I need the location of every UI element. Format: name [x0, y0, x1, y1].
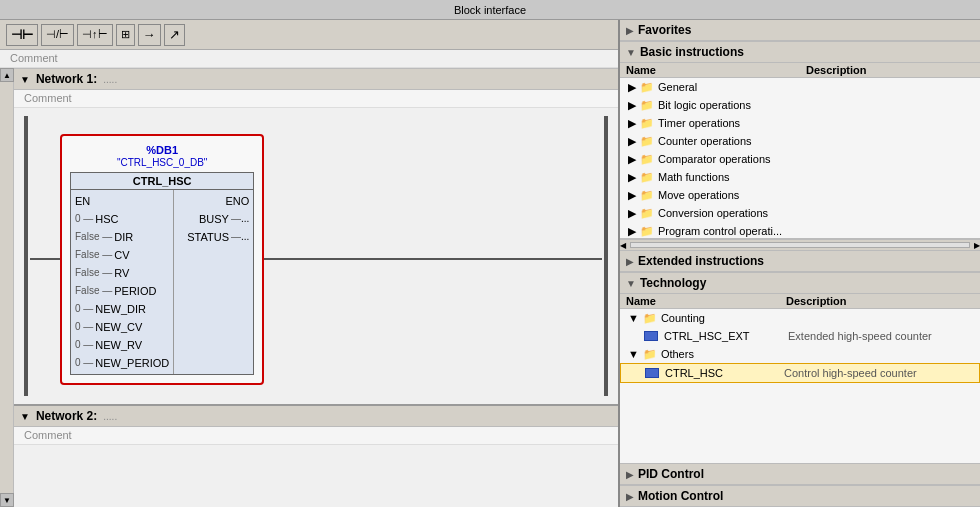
network-1-collapse[interactable]: ▼ — [20, 74, 30, 85]
tree-counter[interactable]: ▶ 📁 Counter operations — [620, 132, 980, 150]
left-panel: ⊣⊢ ⊣/⊢ ⊣↑⊢ ⊞ → ↗ Comment ▲ ▼ — [0, 20, 620, 507]
basic-col-headers: Name Description — [620, 63, 980, 78]
tech-col-name: Name — [626, 295, 786, 307]
pid-header[interactable]: ▶ PID Control — [620, 464, 980, 485]
network-1-comment: Comment — [14, 90, 618, 108]
tree-math[interactable]: ▶ 📁 Math functions — [620, 168, 980, 186]
top-comment: Comment — [0, 50, 618, 68]
favorites-title: Favorites — [638, 23, 691, 37]
folder-icon-counting: 📁 — [643, 312, 657, 325]
toolbar-btn-branch[interactable]: ↗ — [164, 24, 185, 46]
right-panel: ▶ Favorites ▼ Basic instructions Name De… — [620, 20, 980, 507]
network-2: ▼ Network 2: ..... Comment — [14, 404, 618, 505]
pin-rv: False — RV — [75, 264, 169, 282]
ctrl-hsc-ext-label: CTRL_HSC_EXT — [664, 330, 784, 342]
motion-expand-icon: ▶ — [626, 491, 634, 502]
pin-new-rv: 0 — NEW_RV — [75, 336, 169, 354]
tech-collapse-icon: ▼ — [626, 278, 636, 289]
tech-tree: ▼ 📁 Counting CTRL_HSC_EXT Extended high-… — [620, 309, 980, 463]
tree-comparator[interactable]: ▶ 📁 Comparator operations — [620, 150, 980, 168]
tree-timer[interactable]: ▶ 📁 Timer operations — [620, 114, 980, 132]
technology-header[interactable]: ▼ Technology — [620, 273, 980, 294]
folder-icon-bit: 📁 — [640, 99, 654, 112]
db-name: "CTRL_HSC_0_DB" — [70, 157, 254, 168]
basic-tree: ▶ 📁 General ▶ 📁 Bit logic operations ▶ 📁… — [620, 78, 980, 238]
scroll-left-btn[interactable]: ◀ — [620, 241, 626, 250]
pin-en: EN — [75, 192, 169, 210]
fb-right-pins: ENO BUSY — ... — [173, 190, 253, 374]
pin-busy: BUSY — ... — [178, 210, 249, 228]
tree-others[interactable]: ▼ 📁 Others — [620, 345, 980, 363]
block-interface-bar: Block interface — [0, 0, 980, 20]
wire-top — [30, 258, 60, 260]
pin-new-dir: 0 — NEW_DIR — [75, 300, 169, 318]
pin-status: STATUS — ... — [178, 228, 249, 246]
folder-icon-move: 📁 — [640, 189, 654, 202]
motion-header[interactable]: ▶ Motion Control — [620, 486, 980, 507]
folder-icon-comparator: 📁 — [640, 153, 654, 166]
toolbar-btn-contact-pos[interactable]: ⊣↑⊢ — [77, 24, 113, 46]
function-block: CTRL_HSC EN — [70, 172, 254, 375]
tree-counting[interactable]: ▼ 📁 Counting — [620, 309, 980, 327]
right-power-rail — [604, 116, 608, 396]
network-2-collapse[interactable]: ▼ — [20, 411, 30, 422]
technology-title: Technology — [640, 276, 706, 290]
favorites-header[interactable]: ▶ Favorites — [620, 20, 980, 41]
tree-program-control[interactable]: ▶ 📁 Program control operati... — [620, 222, 980, 238]
scroll-right-btn[interactable]: ▶ — [974, 241, 980, 250]
pin-dir: False — DIR — [75, 228, 169, 246]
pid-title: PID Control — [638, 467, 704, 481]
function-block-wrapper: %DB1 "CTRL_HSC_0_DB" CTRL_HSC — [60, 134, 264, 385]
folder-icon-math: 📁 — [640, 171, 654, 184]
basic-title: Basic instructions — [640, 45, 744, 59]
fb-left-pins: EN 0 — HSC — [71, 190, 173, 374]
tech-col-headers: Name Description — [620, 294, 980, 309]
fb-body: EN 0 — HSC — [71, 190, 253, 374]
tree-general[interactable]: ▶ 📁 General — [620, 78, 980, 96]
tree-ctrl-hsc-ext[interactable]: CTRL_HSC_EXT Extended high-speed counter — [620, 327, 980, 345]
pin-eno: ENO — [178, 192, 249, 210]
network-1-dots: ..... — [103, 74, 117, 85]
toolbar-btn-contact-no[interactable]: ⊣⊢ — [6, 24, 38, 46]
motion-section: ▶ Motion Control — [620, 486, 980, 507]
basic-col-desc: Description — [806, 64, 974, 76]
network-2-comment: Comment — [14, 427, 618, 445]
scroll-up-btn[interactable]: ▲ — [0, 68, 14, 82]
network-1-content: %DB1 "CTRL_HSC_0_DB" CTRL_HSC — [14, 108, 618, 404]
ladder-area[interactable]: ▼ Network 1: ..... Comment — [14, 68, 618, 507]
left-margin: ▲ ▼ — [0, 68, 14, 507]
wire-right — [264, 258, 602, 260]
network-1-header: ▼ Network 1: ..... — [14, 68, 618, 90]
pid-expand-icon: ▶ — [626, 469, 634, 480]
folder-icon-timer: 📁 — [640, 117, 654, 130]
basic-instructions-section: ▼ Basic instructions Name Description ▶ … — [620, 42, 980, 239]
tree-bit-logic[interactable]: ▶ 📁 Bit logic operations — [620, 96, 980, 114]
technology-section: ▼ Technology Name Description ▼ 📁 Counti… — [620, 273, 980, 464]
network-2-dots: ..... — [103, 411, 117, 422]
folder-icon-program: 📁 — [640, 225, 654, 238]
ctrl-hsc-ext-desc: Extended high-speed counter — [788, 330, 932, 342]
toolbar-btn-box[interactable]: ⊞ — [116, 24, 135, 46]
pin-hsc: 0 — HSC — [75, 210, 169, 228]
top-comment-label: Comment — [10, 52, 58, 64]
extended-title: Extended instructions — [638, 254, 764, 268]
block-interface-title: Block interface — [454, 4, 526, 16]
tree-move[interactable]: ▶ 📁 Move operations — [620, 186, 980, 204]
tree-conversion[interactable]: ▶ 📁 Conversion operations — [620, 204, 980, 222]
db-label: %DB1 — [70, 144, 254, 156]
tech-col-desc: Description — [786, 295, 974, 307]
scroll-down-btn[interactable]: ▼ — [0, 493, 14, 507]
toolbar-btn-coil[interactable]: → — [138, 24, 161, 46]
pin-cv: False — CV — [75, 246, 169, 264]
folder-icon-general: 📁 — [640, 81, 654, 94]
extended-collapse-icon: ▶ — [626, 256, 634, 267]
pin-new-cv: 0 — NEW_CV — [75, 318, 169, 336]
tree-ctrl-hsc[interactable]: CTRL_HSC Control high-speed counter — [620, 363, 980, 383]
basic-instructions-header[interactable]: ▼ Basic instructions — [620, 42, 980, 63]
toolbar-btn-contact-nc[interactable]: ⊣/⊢ — [41, 24, 74, 46]
ctrl-hsc-desc: Control high-speed counter — [784, 367, 917, 379]
folder-icon-counter: 📁 — [640, 135, 654, 148]
extended-header[interactable]: ▶ Extended instructions — [620, 251, 980, 272]
pin-period: False — PERIOD — [75, 282, 169, 300]
favorites-section: ▶ Favorites — [620, 20, 980, 42]
